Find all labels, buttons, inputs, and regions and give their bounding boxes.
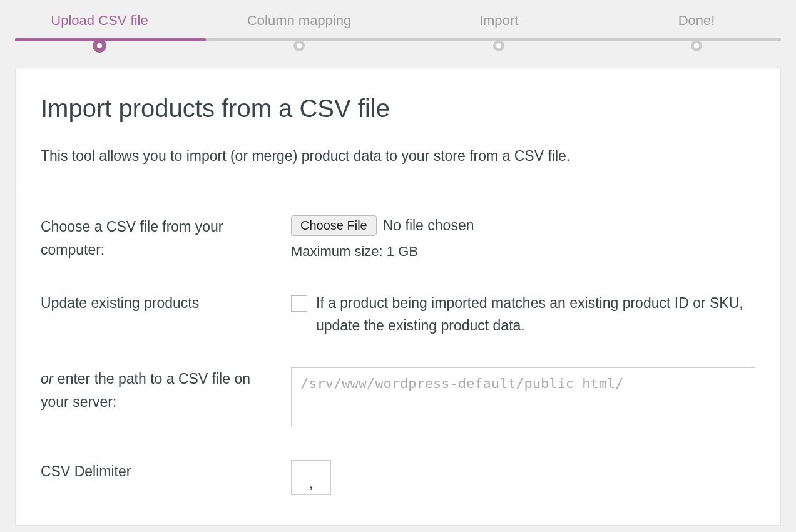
divider — [16, 190, 780, 190]
step-label: Done! — [678, 13, 715, 29]
page-title: Import products from a CSV file — [41, 95, 755, 123]
step-dot-icon — [691, 40, 702, 51]
server-path-input[interactable] — [291, 367, 755, 426]
update-existing-label: Update existing products — [41, 292, 291, 315]
step-import[interactable]: Import — [449, 13, 549, 53]
step-label: Upload CSV file — [51, 13, 148, 29]
file-status: No file chosen — [383, 217, 474, 234]
server-path-row: or enter the path to a CSV file on your … — [41, 367, 755, 430]
update-existing-description: If a product being imported matches an e… — [316, 292, 755, 338]
step-column-mapping[interactable]: Column mapping — [247, 13, 351, 53]
delimiter-row: CSV Delimiter — [41, 460, 755, 495]
step-label: Import — [479, 13, 518, 29]
choose-file-label: Choose a CSV file from your computer: — [41, 215, 291, 262]
delimiter-label: CSV Delimiter — [41, 460, 291, 483]
stepper: Upload CSV file Column mapping Import Do… — [0, 0, 796, 56]
step-dot-icon — [293, 40, 305, 51]
server-path-label: or enter the path to a CSV file on your … — [41, 367, 291, 414]
delimiter-input[interactable] — [291, 460, 331, 495]
choose-file-row: Choose a CSV file from your computer: Ch… — [41, 215, 755, 262]
step-dot-icon — [93, 39, 106, 53]
page-intro: This tool allows you to import (or merge… — [41, 148, 755, 165]
update-existing-checkbox[interactable] — [291, 295, 307, 312]
step-dot-icon — [493, 40, 504, 51]
choose-file-button[interactable]: Choose File — [291, 215, 377, 236]
file-size-hint: Maximum size: 1 GB — [291, 243, 755, 260]
import-panel: Import products from a CSV file This too… — [15, 69, 781, 526]
step-label: Column mapping — [247, 13, 351, 29]
step-upload[interactable]: Upload CSV file — [49, 13, 150, 53]
update-existing-row: Update existing products If a product be… — [41, 292, 755, 338]
step-done[interactable]: Done! — [646, 13, 747, 53]
